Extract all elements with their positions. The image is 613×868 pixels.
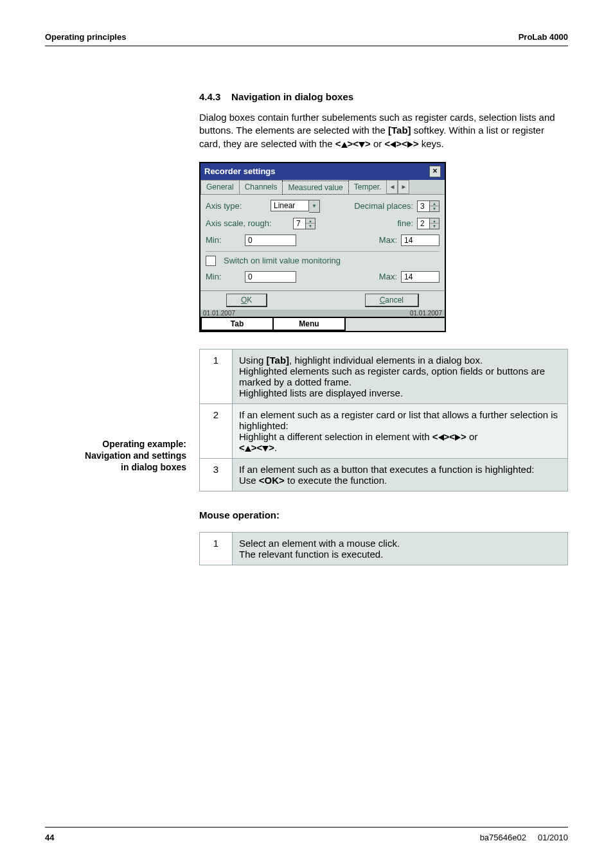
section-number: 4.4.3 xyxy=(199,91,220,102)
arrow-up-icon xyxy=(341,142,348,148)
cancel-button[interactable]: Cancel xyxy=(365,294,419,307)
max-input[interactable]: 14 xyxy=(401,235,440,246)
max2-input[interactable]: 14 xyxy=(401,271,440,283)
axis-scale-value: 7 xyxy=(293,218,306,229)
limit-monitoring-label: Switch on limit value monitoring xyxy=(224,256,341,265)
ok-key-label: <OK> xyxy=(259,475,285,486)
fine-spinner[interactable]: 2 ▲▼ xyxy=(417,218,440,229)
tab-temper[interactable]: Temper. xyxy=(348,180,387,194)
page-number: 44 xyxy=(45,833,54,842)
close-icon[interactable]: × xyxy=(429,166,441,177)
tab-channels[interactable]: Channels xyxy=(239,180,283,194)
arrow-left-icon xyxy=(390,141,396,148)
footer-meta: ba75646e02 01/2010 xyxy=(480,833,568,842)
spin-down-icon[interactable]: ▼ xyxy=(430,224,439,229)
min-input[interactable]: 0 xyxy=(245,235,296,246)
key-seq-updown: <><> xyxy=(239,442,274,453)
axis-type-combo[interactable]: Linear ▼ xyxy=(271,200,320,213)
tab-scroll-left-icon[interactable]: ◄ xyxy=(386,180,398,194)
page-footer: 44 ba75646e02 01/2010 xyxy=(45,827,568,842)
max2-label: Max: xyxy=(379,272,397,281)
tab-scroll-right-icon[interactable]: ► xyxy=(398,180,409,194)
step-number: 1 xyxy=(200,349,233,403)
spin-down-icon[interactable]: ▼ xyxy=(306,224,315,229)
decimal-places-label: Decimal places: xyxy=(354,201,413,211)
tab-general[interactable]: General xyxy=(200,180,240,194)
step-line: Select an element with a mouse click. xyxy=(239,538,400,549)
limit-monitoring-checkbox[interactable] xyxy=(206,256,216,266)
tab-measured-value[interactable]: Measured value xyxy=(282,181,348,195)
step-line: Highlighted lists are displayed inverse. xyxy=(239,387,403,398)
footer-doc: ba75646e02 xyxy=(480,833,526,842)
step-line: . xyxy=(274,442,277,453)
step-text: If an element such as a button that exec… xyxy=(233,458,568,491)
date-right: 01.01.2007 xyxy=(410,310,442,317)
softkey-menu[interactable]: Menu xyxy=(272,318,346,331)
fine-value: 2 xyxy=(417,218,430,229)
step-line: or xyxy=(466,431,478,442)
step-line: The relevant function is executed. xyxy=(239,549,383,560)
arrow-right-icon xyxy=(455,434,461,441)
date-left: 01.01.2007 xyxy=(203,310,235,317)
step-line: Use xyxy=(239,475,259,486)
spin-up-icon[interactable]: ▲ xyxy=(430,218,439,224)
step-line: Highlight a different selection in eleme… xyxy=(239,431,432,442)
step-number: 1 xyxy=(200,532,233,565)
min2-input[interactable]: 0 xyxy=(245,271,296,283)
axis-type-label: Axis type: xyxy=(206,201,267,211)
step-line: If an element such as a button that exec… xyxy=(239,464,534,475)
mouse-steps-table: 1 Select an element with a mouse click. … xyxy=(199,532,568,565)
section-title: Navigation in dialog boxes xyxy=(231,91,353,102)
header-left: Operating principles xyxy=(45,32,126,42)
arrow-right-icon xyxy=(407,141,413,148)
intro-text: keys. xyxy=(419,138,444,149)
intro-paragraph: Dialog boxes contain further subelements… xyxy=(199,111,568,150)
decimal-places-value: 3 xyxy=(417,200,430,212)
recorder-settings-dialog: Recorder settings × General Channels Mea… xyxy=(199,162,446,332)
key-seq-leftright: <><> xyxy=(432,431,466,442)
max-label: Max: xyxy=(379,235,397,245)
arrow-down-icon xyxy=(359,142,365,148)
dialog-titlebar: Recorder settings × xyxy=(200,163,445,180)
key-seq-updown: <><> xyxy=(335,138,371,149)
step-line: Highlighted elements such as register ca… xyxy=(239,366,545,387)
step-text: Using [Tab], highlight individual elemen… xyxy=(233,349,568,403)
dialog-tabs: General Channels Measured value Temper. … xyxy=(200,180,445,195)
ok-button[interactable]: OK xyxy=(226,294,267,307)
side-label-line: in dialog boxes xyxy=(45,461,186,473)
step-text: If an element such as a register card or… xyxy=(233,403,568,458)
step-text: Select an element with a mouse click. Th… xyxy=(233,532,568,565)
arrow-down-icon xyxy=(262,446,269,452)
mouse-operation-heading: Mouse operation: xyxy=(199,509,568,520)
side-label: Operating example: Navigation and settin… xyxy=(45,438,186,474)
side-label-line: Operating example: xyxy=(45,438,186,450)
step-line: to execute the function. xyxy=(285,475,387,486)
steps-table: 1 Using [Tab], highlight individual elem… xyxy=(199,349,568,492)
step-number: 3 xyxy=(200,458,233,491)
axis-type-value: Linear xyxy=(271,200,309,211)
softkey-tab[interactable]: Tab xyxy=(200,318,274,331)
fine-label: fine: xyxy=(397,218,413,228)
header-right: ProLab 4000 xyxy=(519,32,568,42)
tab-key-label: [Tab] xyxy=(388,125,411,136)
section-heading: 4.4.3 Navigation in dialog boxes xyxy=(199,91,568,102)
side-label-line: Navigation and settings xyxy=(45,450,186,461)
step-line: If an element such as a register card or… xyxy=(239,409,558,431)
chevron-down-icon[interactable]: ▼ xyxy=(309,200,320,213)
footer-date: 01/2010 xyxy=(538,833,568,842)
spin-up-icon[interactable]: ▲ xyxy=(306,218,315,224)
spin-down-icon[interactable]: ▼ xyxy=(430,206,439,211)
axis-scale-label: Axis scale, rough: xyxy=(206,218,289,228)
decimal-places-spinner[interactable]: 3 ▲▼ xyxy=(417,200,440,212)
arrow-up-icon xyxy=(245,446,251,452)
min-label: Min: xyxy=(206,235,241,245)
key-seq-leftright: <><> xyxy=(385,138,419,149)
arrow-left-icon xyxy=(438,434,444,441)
step-number: 2 xyxy=(200,403,233,458)
axis-scale-spinner[interactable]: 7 ▲▼ xyxy=(293,218,315,229)
dialog-title-text: Recorder settings xyxy=(204,166,276,176)
spin-up-icon[interactable]: ▲ xyxy=(430,201,439,207)
min2-label: Min: xyxy=(206,272,241,281)
tab-key-label: [Tab] xyxy=(267,355,290,366)
intro-text: or xyxy=(371,138,385,149)
